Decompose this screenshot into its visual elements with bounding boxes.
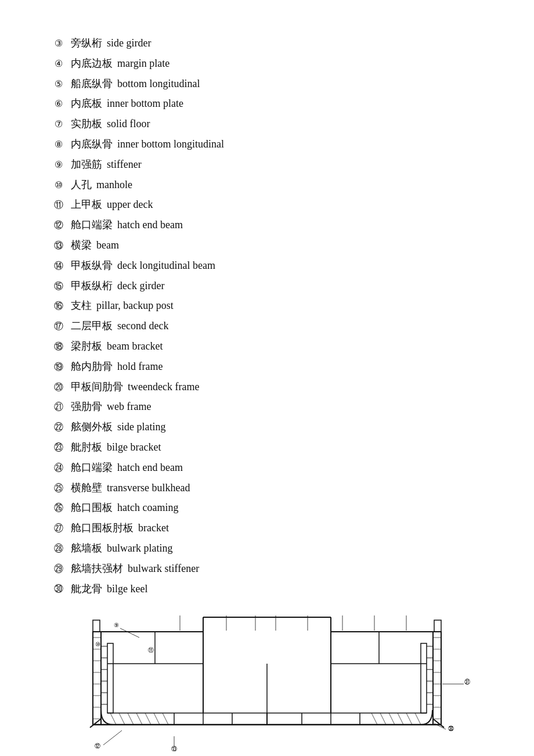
term-item-18: ⑱梁肘板beam bracket — [46, 338, 488, 355]
term-english-26: hatch coaming — [117, 499, 178, 516]
term-chinese-20: 甲板间肋骨 — [71, 379, 123, 395]
term-number-21: ㉑ — [46, 399, 71, 415]
term-item-17: ⑰二层甲板second deck — [46, 318, 488, 334]
label-2: ② — [224, 614, 229, 615]
term-number-22: ㉒ — [46, 420, 71, 435]
term-number-6: ⑥ — [46, 96, 71, 111]
term-chinese-8: 内底纵骨 — [71, 136, 113, 153]
term-number-3: ③ — [46, 36, 71, 51]
term-english-17: second deck — [117, 318, 168, 334]
term-chinese-3: 旁纵桁 — [71, 35, 102, 52]
term-chinese-26: 舱口围板 — [71, 499, 113, 516]
term-english-4: margin plate — [117, 55, 169, 72]
term-item-30: ㉚舭龙骨bilge keel — [46, 581, 488, 597]
term-english-5: bottom longitudinal — [117, 75, 200, 92]
label-11: ⑪ — [148, 647, 154, 653]
term-chinese-5: 船底纵骨 — [71, 75, 113, 92]
label-1: ① — [178, 614, 183, 615]
term-item-10: ⑩人孔manhole — [46, 177, 488, 193]
term-number-5: ⑤ — [46, 77, 71, 92]
term-chinese-6: 内底板 — [71, 95, 102, 112]
term-english-9: stiffener — [107, 156, 142, 173]
term-number-23: ㉓ — [46, 440, 71, 455]
term-chinese-25: 横舱壁 — [71, 480, 102, 496]
term-number-11: ⑪ — [46, 197, 71, 213]
term-item-14: ⑭甲板纵骨deck longitudinal beam — [46, 257, 488, 274]
term-item-24: ㉔舱口端梁hatch end beam — [46, 459, 488, 476]
term-item-27: ㉗舱口围板肘板bracket — [46, 520, 488, 537]
term-chinese-24: 舱口端梁 — [71, 459, 113, 476]
term-item-7: ⑦实肋板solid floor — [46, 116, 488, 132]
term-chinese-13: 横梁 — [71, 237, 92, 254]
term-english-12: hatch end beam — [117, 217, 183, 233]
term-item-19: ⑲舱内肋骨hold frame — [46, 358, 488, 375]
label-12: ⑫ — [95, 743, 100, 749]
term-item-26: ㉖舱口围板hatch coaming — [46, 499, 488, 516]
term-chinese-27: 舱口围板肘板 — [71, 520, 134, 537]
term-english-6: inner bottom plate — [107, 95, 183, 112]
term-english-22: side plating — [117, 419, 166, 435]
term-english-15: deck girder — [117, 278, 164, 294]
term-chinese-18: 梁肘板 — [71, 338, 102, 355]
term-item-12: ⑫舱口端梁hatch end beam — [46, 217, 488, 233]
term-english-29: bulwark stiffener — [128, 560, 199, 577]
term-english-16: pillar, backup post — [96, 297, 174, 314]
term-chinese-28: 舷墙板 — [71, 540, 102, 557]
term-number-27: ㉗ — [46, 521, 71, 536]
term-english-28: bulwark plating — [107, 540, 172, 557]
label-8: ⑧ — [404, 614, 409, 615]
term-english-14: deck longitudinal beam — [117, 257, 215, 274]
term-chinese-22: 舷侧外板 — [71, 419, 113, 435]
term-item-5: ⑤船底纵骨bottom longitudinal — [46, 75, 488, 92]
term-number-24: ㉔ — [46, 460, 71, 476]
term-item-20: ⑳甲板间肋骨tweendeck frame — [46, 379, 488, 395]
ship-diagram: ① ② ③ ④ ⑤ ⑥ ⑦ ⑧ ⑨ — [58, 614, 476, 754]
term-english-3: side girder — [107, 35, 151, 52]
term-english-21: web frame — [107, 398, 151, 415]
term-item-16: ⑯支柱pillar, backup post — [46, 297, 488, 314]
term-number-26: ㉖ — [46, 501, 71, 516]
term-english-13: beam — [96, 237, 119, 254]
term-chinese-16: 支柱 — [71, 297, 92, 314]
term-chinese-21: 强肋骨 — [71, 398, 102, 415]
term-number-14: ⑭ — [46, 258, 71, 273]
label-6: ⑥ — [340, 614, 345, 615]
label-9: ⑨ — [114, 622, 119, 628]
term-english-30: bilge keel — [107, 581, 147, 597]
label-5: ⑤ — [305, 614, 311, 615]
term-item-15: ⑮甲板纵桁deck girder — [46, 278, 488, 294]
term-item-6: ⑥内底板inner bottom plate — [46, 95, 488, 112]
term-number-30: ㉚ — [46, 582, 71, 597]
term-english-23: bilge bracket — [107, 439, 161, 456]
term-number-12: ⑫ — [46, 218, 71, 233]
term-item-22: ㉒舷侧外板side plating — [46, 419, 488, 435]
term-english-11: upper deck — [107, 196, 153, 213]
label-7: ⑦ — [372, 614, 377, 615]
label-4: ④ — [273, 614, 279, 615]
ship-diagram-section: ① ② ③ ④ ⑤ ⑥ ⑦ ⑧ ⑨ — [46, 614, 488, 754]
term-number-20: ⑳ — [46, 380, 71, 395]
term-item-23: ㉓舭肘板bilge bracket — [46, 439, 488, 456]
label-10: ⑩ — [95, 641, 100, 647]
term-english-24: hatch end beam — [117, 459, 183, 476]
term-number-4: ④ — [46, 56, 71, 71]
term-chinese-23: 舭肘板 — [71, 439, 102, 456]
term-number-29: ㉙ — [46, 561, 71, 577]
term-number-28: ㉘ — [46, 541, 71, 556]
term-english-27: bracket — [138, 520, 169, 537]
term-number-9: ⑨ — [46, 157, 71, 172]
term-item-4: ④内底边板margin plate — [46, 55, 488, 72]
term-chinese-7: 实肋板 — [71, 116, 102, 132]
term-chinese-17: 二层甲板 — [71, 318, 113, 334]
term-number-25: ㉕ — [46, 481, 71, 496]
label-31: ㉛ — [464, 679, 470, 685]
term-item-9: ⑨加强筋stiffener — [46, 156, 488, 173]
term-chinese-11: 上甲板 — [71, 196, 102, 213]
term-item-3: ③旁纵桁side girder — [46, 35, 488, 52]
term-chinese-10: 人孔 — [71, 177, 92, 193]
term-number-7: ⑦ — [46, 117, 71, 132]
term-chinese-4: 内底边板 — [71, 55, 113, 72]
term-list: ③旁纵桁side girder④内底边板margin plate⑤船底纵骨bot… — [46, 35, 488, 597]
term-number-17: ⑰ — [46, 319, 71, 334]
term-number-15: ⑮ — [46, 279, 71, 294]
